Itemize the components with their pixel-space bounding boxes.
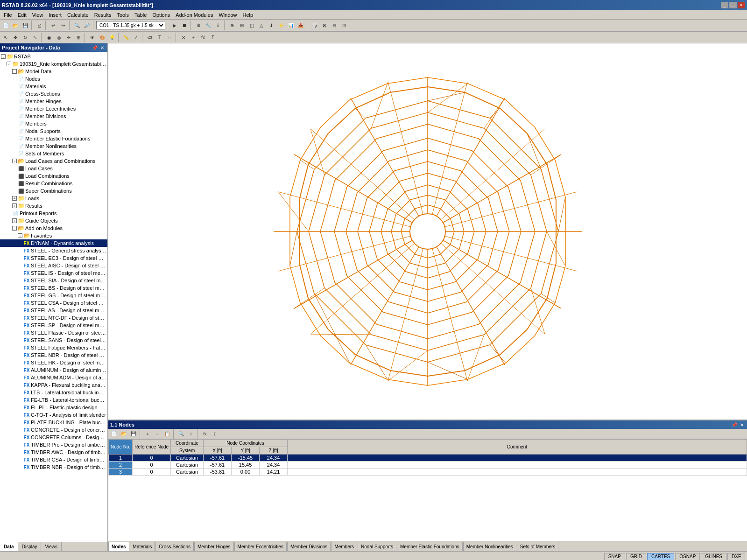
select-btn[interactable]: ↖: [1, 33, 10, 42]
view-area[interactable]: [108, 43, 747, 420]
expand-project[interactable]: -: [7, 62, 11, 66]
redo-btn[interactable]: ↪: [58, 21, 68, 30]
calc-btn[interactable]: ⚡: [276, 21, 286, 30]
tab-member-nonlinearities[interactable]: Member Nonlinearities: [463, 542, 516, 551]
nav-tab-display[interactable]: Display: [18, 542, 42, 551]
tree-item-dynam[interactable]: FX DYNAM - Dynamic analysis: [0, 239, 107, 247]
tree-item-timber-csa[interactable]: FX TIMBER CSA - Design of timber m: [0, 456, 107, 463]
tree-item-steel-plastic[interactable]: FX STEEL Plastic - Design of steel mer: [0, 329, 107, 336]
dim-btn[interactable]: ↔: [165, 33, 174, 42]
tree-item-steel-sp[interactable]: FX STEEL SP - Design of steel membe: [0, 322, 107, 329]
tree-item-steel-nbr[interactable]: FX STEEL NBR - Design of steel memb: [0, 351, 107, 359]
cross-btn[interactable]: ✕: [179, 33, 188, 42]
tree-item-plate-buckling[interactable]: FX PLATE-BUCKLING - Plate buckling: [0, 419, 107, 426]
tree-item-steel-sans[interactable]: FX STEEL SANS - Design of steel mem: [0, 336, 107, 344]
load-btn[interactable]: ⬇: [267, 21, 276, 30]
tree-item-kappa[interactable]: FX KAPPA - Flexural buckling analysi:: [0, 381, 107, 389]
tree-item-nodal-supports[interactable]: 📄 Nodal Supports: [0, 127, 107, 135]
support-btn[interactable]: △: [257, 21, 266, 30]
color-btn[interactable]: 🎨: [98, 33, 107, 42]
settings-btn[interactable]: 🔧: [204, 21, 213, 30]
tree-item-concrete-columns[interactable]: FX CONCRETE Columns - Design of c: [0, 434, 107, 441]
maximize-button[interactable]: □: [729, 2, 737, 8]
table-del-btn[interactable]: －: [153, 429, 162, 439]
data-table[interactable]: Node No. Reference Node Coordinate Node …: [108, 439, 747, 541]
load-combo-select[interactable]: CO1 - TS 1.35 gk + 1.5 sk -: [96, 21, 165, 29]
text-btn[interactable]: T: [155, 33, 164, 42]
tree-item-member-eccentricities[interactable]: 📄 Member Eccentricities: [0, 105, 107, 112]
menu-file[interactable]: File: [1, 11, 15, 19]
expand-loads[interactable]: +: [12, 196, 17, 201]
move-btn[interactable]: ✥: [11, 33, 20, 42]
tree-item-steel-as[interactable]: FX STEEL AS - Design of steel membe: [0, 307, 107, 314]
node-btn[interactable]: ⊕: [227, 21, 237, 30]
tree-item-steel-ntcdf[interactable]: FX STEEL NTC-DF - Design of steel m: [0, 314, 107, 322]
menu-calculate[interactable]: Calculate: [64, 11, 92, 19]
tree-item-results[interactable]: + 📁 Results: [0, 202, 107, 210]
check-btn[interactable]: ✓: [131, 33, 141, 42]
rotate-btn[interactable]: ↻: [21, 33, 30, 42]
tree-item-steel-ec3[interactable]: FX STEEL EC3 - Design of steel memb: [0, 254, 107, 262]
tree-item-concrete[interactable]: FX CONCRETE - Design of concrete n: [0, 426, 107, 434]
tree-item-load-combinations[interactable]: ⬛ Load Combinations: [0, 172, 107, 180]
nav-tab-data[interactable]: Data: [0, 542, 18, 551]
menu-table[interactable]: Table: [132, 11, 149, 19]
tree-item-favorites[interactable]: - 📂 Favorites: [0, 232, 107, 239]
table-row[interactable]: 1 0 Cartesian -57.61 -15.45 24.34: [109, 455, 747, 462]
minimize-button[interactable]: _: [721, 2, 728, 8]
close-button[interactable]: ✕: [738, 2, 745, 8]
tab-nodal-supports[interactable]: Nodal Supports: [358, 542, 396, 551]
tree-item-member-nonlinearities[interactable]: 📄 Member Nonlinearities: [0, 142, 107, 150]
cartes-btn[interactable]: CARTES: [647, 553, 674, 560]
tree-item-load-cases[interactable]: ⬛ Load Cases: [0, 165, 107, 172]
tree-item-result-combinations[interactable]: ⬛ Result Combinations: [0, 180, 107, 187]
measure-btn[interactable]: 📏: [121, 33, 131, 42]
grid-btn[interactable]: GRID: [626, 553, 646, 560]
tree-item-timber-nbr[interactable]: FX TIMBER NBR - Design of timber n: [0, 463, 107, 471]
tab-member-elastic-foundations[interactable]: Member Elastic Foundations: [397, 542, 463, 551]
properties-btn[interactable]: ⚙: [194, 21, 203, 30]
tree-item-sets-of-members[interactable]: 📄 Sets of Members: [0, 150, 107, 157]
plus-btn[interactable]: ＋: [189, 33, 198, 42]
render-btn[interactable]: 💡: [107, 33, 117, 42]
table-add-btn[interactable]: ＋: [143, 429, 152, 439]
menu-view[interactable]: View: [29, 11, 46, 19]
sigma-btn[interactable]: Σ: [208, 33, 218, 42]
new-btn[interactable]: 📄: [1, 21, 10, 30]
expand-rstab[interactable]: -: [1, 54, 6, 59]
tree-item-member-elastic-foundations[interactable]: 📄 Member Elastic Foundations: [0, 135, 107, 142]
bottom-panel-pin[interactable]: 📌: [731, 421, 738, 428]
tree-item-materials[interactable]: 📄 Materials: [0, 83, 107, 90]
surface-btn[interactable]: ◫: [247, 21, 256, 30]
tree-item-member-hinges[interactable]: 📄 Member Hinges: [0, 98, 107, 105]
expand-model-data[interactable]: -: [12, 69, 17, 74]
tree-item-steel-bs[interactable]: FX STEEL BS - Design of steel membe: [0, 284, 107, 292]
member-btn[interactable]: ⊞: [237, 21, 247, 30]
table-row[interactable]: 2 0 Cartesian -57.61 15.45 24.34: [109, 462, 747, 469]
tree-item-steel-hk[interactable]: FX STEEL HK - Design of steel membe: [0, 359, 107, 366]
tree-item-members[interactable]: 📄 Members: [0, 120, 107, 127]
glines-btn[interactable]: GLINES: [701, 553, 726, 560]
tree-item-model-data[interactable]: - 📂 Model Data: [0, 68, 107, 75]
tree-item-aluminum-adm[interactable]: FX ALUMINUM ADM - Design of alur: [0, 374, 107, 381]
tree-item-loads[interactable]: + 📁 Loads: [0, 195, 107, 202]
table-sigma-btn[interactable]: Σ: [210, 429, 219, 439]
tab-materials[interactable]: Materials: [130, 542, 155, 551]
table-row[interactable]: 3 0 Cartesian -53.81 0.00 14.21: [109, 469, 747, 476]
tree-item-timber-pro[interactable]: FX TIMBER Pro - Design of timber m: [0, 441, 107, 448]
snap-mid-btn[interactable]: ◎: [54, 33, 63, 42]
result-btn[interactable]: 📊: [286, 21, 296, 30]
tab-nodes[interactable]: Nodes: [108, 542, 129, 551]
menu-help[interactable]: Help: [240, 11, 256, 19]
snap-btn[interactable]: SNAP: [604, 553, 625, 560]
tree-item-member-divisions[interactable]: 📄 Member Divisions: [0, 112, 107, 120]
tree-item-steel-gb[interactable]: FX STEEL GB - Design of steel membe: [0, 292, 107, 299]
snap-int-btn[interactable]: ✛: [64, 33, 73, 42]
tree-item-steel-csa[interactable]: FX STEEL CSA - Design of steel memb: [0, 299, 107, 307]
tree-item-aluminum[interactable]: FX ALUMINUM - Design of aluminum: [0, 366, 107, 374]
expand-guide-objects[interactable]: +: [12, 218, 17, 223]
tree-container[interactable]: - 📁 RSTAB - 📁 190319_Knie komplett Gesam…: [0, 52, 107, 542]
tree-item-load-cases-combinations[interactable]: - 📂 Load Cases and Combinations: [0, 157, 107, 165]
viewxy-btn[interactable]: ⊠: [320, 21, 329, 30]
tab-member-divisions[interactable]: Member Divisions: [287, 542, 331, 551]
